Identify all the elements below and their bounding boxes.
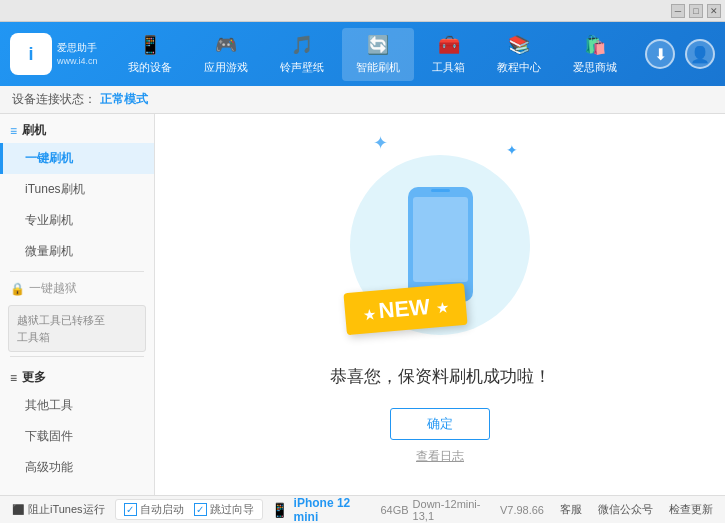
tutorial-label: 教程中心 bbox=[497, 60, 541, 75]
device-name: iPhone 12 mini bbox=[294, 496, 377, 524]
stop-icon: ⬛ bbox=[12, 504, 24, 515]
sidebar-item-pro-flash[interactable]: 专业刷机 bbox=[0, 205, 154, 236]
ringtone-icon: 🎵 bbox=[291, 34, 313, 56]
title-bar: ─ □ ✕ bbox=[0, 0, 725, 22]
sidebar-divider-2 bbox=[10, 356, 144, 357]
sidebar-item-advanced[interactable]: 高级功能 bbox=[0, 452, 154, 483]
new-badge-star-left: ★ bbox=[363, 306, 380, 322]
jailbreak-title: 一键越狱 bbox=[29, 280, 77, 297]
view-log-link[interactable]: 查看日志 bbox=[416, 448, 464, 465]
logo-text: 爱思助手 www.i4.cn bbox=[57, 41, 98, 68]
status-value: 正常模式 bbox=[100, 91, 148, 108]
auto-start-label: 自动启动 bbox=[140, 502, 184, 517]
save-flash-label: 微量刷机 bbox=[25, 244, 73, 258]
jailbreak-section-header: 🔒 一键越狱 bbox=[0, 276, 154, 301]
toolbox-label: 工具箱 bbox=[432, 60, 465, 75]
stop-itunes-area[interactable]: ⬛ 阻止iTunes运行 bbox=[12, 502, 105, 517]
sidebar-item-save-flash[interactable]: 微量刷机 bbox=[0, 236, 154, 267]
sidebar-item-other-tools[interactable]: 其他工具 bbox=[0, 390, 154, 421]
sidebar: ≡ 刷机 一键刷机 iTunes刷机 专业刷机 微量刷机 🔒 一键越狱 越狱工具… bbox=[0, 114, 155, 495]
status-bar: 设备连接状态： 正常模式 bbox=[0, 86, 725, 114]
flash-section-header: ≡ 刷机 bbox=[0, 114, 154, 143]
more-section-title: 更多 bbox=[22, 369, 46, 386]
one-click-flash-label: 一键刷机 bbox=[25, 151, 73, 165]
new-badge-text: NEW bbox=[378, 293, 431, 322]
sparkle-2-icon: ✦ bbox=[506, 142, 518, 158]
tutorial-icon: 📚 bbox=[508, 34, 530, 56]
nav-my-device[interactable]: 📱 我的设备 bbox=[114, 28, 186, 81]
more-section-icon: ≡ bbox=[10, 371, 17, 385]
more-section-header: ≡ 更多 bbox=[0, 361, 154, 390]
skip-wizard-checkbox-box[interactable]: ✓ bbox=[194, 503, 207, 516]
device-icon: 📱 bbox=[271, 502, 288, 518]
nav-shop[interactable]: 🛍️ 爱思商城 bbox=[559, 28, 631, 81]
stop-itunes-label: 阻止iTunes运行 bbox=[28, 502, 105, 517]
wechat-link[interactable]: 微信公众号 bbox=[598, 502, 653, 517]
shop-label: 爱思商城 bbox=[573, 60, 617, 75]
other-tools-label: 其他工具 bbox=[25, 398, 73, 412]
lock-icon: 🔒 bbox=[10, 282, 25, 296]
minimize-button[interactable]: ─ bbox=[671, 4, 685, 18]
customer-service-link[interactable]: 客服 bbox=[560, 502, 582, 517]
auto-start-checkbox[interactable]: ✓ 自动启动 bbox=[124, 502, 184, 517]
success-text: 恭喜您，保资料刷机成功啦！ bbox=[330, 365, 551, 388]
nav-app-game[interactable]: 🎮 应用游戏 bbox=[190, 28, 262, 81]
toolbox-icon: 🧰 bbox=[438, 34, 460, 56]
download-firmware-label: 下载固件 bbox=[25, 429, 73, 443]
main-layout: ≡ 刷机 一键刷机 iTunes刷机 专业刷机 微量刷机 🔒 一键越狱 越狱工具… bbox=[0, 114, 725, 495]
logo-icon: i bbox=[10, 33, 52, 75]
nav-ringtone[interactable]: 🎵 铃声壁纸 bbox=[266, 28, 338, 81]
itunes-flash-label: iTunes刷机 bbox=[25, 182, 85, 196]
bottom-right: V7.98.66 客服 微信公众号 检查更新 bbox=[500, 502, 713, 517]
top-nav: i 爱思助手 www.i4.cn 📱 我的设备 🎮 应用游戏 🎵 铃声壁纸 🔄 … bbox=[0, 22, 725, 86]
logo-char: i bbox=[28, 44, 33, 65]
confirm-button[interactable]: 确定 bbox=[390, 408, 490, 440]
smart-flash-icon: 🔄 bbox=[367, 34, 389, 56]
flash-section-title: 刷机 bbox=[22, 122, 46, 139]
nav-smart-flash[interactable]: 🔄 智能刷机 bbox=[342, 28, 414, 81]
jailbreak-info-text: 越狱工具已转移至工具箱 bbox=[17, 314, 105, 343]
shop-icon: 🛍️ bbox=[584, 34, 606, 56]
status-label: 设备连接状态： bbox=[12, 91, 96, 108]
logo-url: www.i4.cn bbox=[57, 55, 98, 68]
checkbox-area: ✓ 自动启动 ✓ 跳过向导 bbox=[115, 499, 263, 520]
app-game-icon: 🎮 bbox=[215, 34, 237, 56]
device-model: Down-12mini-13,1 bbox=[413, 498, 500, 522]
sidebar-item-one-click-flash[interactable]: 一键刷机 bbox=[0, 143, 154, 174]
sidebar-divider-1 bbox=[10, 271, 144, 272]
nav-toolbox[interactable]: 🧰 工具箱 bbox=[418, 28, 479, 81]
device-storage: 64GB bbox=[380, 504, 408, 516]
new-badge-star-right: ★ bbox=[436, 300, 449, 316]
pro-flash-label: 专业刷机 bbox=[25, 213, 73, 227]
maximize-button[interactable]: □ bbox=[689, 4, 703, 18]
version-text: V7.98.66 bbox=[500, 504, 544, 516]
download-button[interactable]: ⬇ bbox=[645, 39, 675, 69]
ringtone-label: 铃声壁纸 bbox=[280, 60, 324, 75]
skip-wizard-checkbox[interactable]: ✓ 跳过向导 bbox=[194, 502, 254, 517]
logo-area: i 爱思助手 www.i4.cn bbox=[10, 33, 100, 75]
jailbreak-info-box: 越狱工具已转移至工具箱 bbox=[8, 305, 146, 352]
close-button[interactable]: ✕ bbox=[707, 4, 721, 18]
my-device-label: 我的设备 bbox=[128, 60, 172, 75]
logo-name: 爱思助手 bbox=[57, 41, 98, 55]
app-game-label: 应用游戏 bbox=[204, 60, 248, 75]
success-illustration: ✦ ✦ ★ NEW ★ bbox=[340, 145, 540, 345]
window-controls[interactable]: ─ □ ✕ bbox=[671, 4, 721, 18]
nav-tutorial[interactable]: 📚 教程中心 bbox=[483, 28, 555, 81]
smart-flash-label: 智能刷机 bbox=[356, 60, 400, 75]
svg-rect-3 bbox=[431, 189, 450, 192]
bottom-bar: ⬛ 阻止iTunes运行 ✓ 自动启动 ✓ 跳过向导 📱 iPhone 12 m… bbox=[0, 495, 725, 523]
user-button[interactable]: 👤 bbox=[685, 39, 715, 69]
auto-start-checkbox-box[interactable]: ✓ bbox=[124, 503, 137, 516]
my-device-icon: 📱 bbox=[139, 34, 161, 56]
advanced-label: 高级功能 bbox=[25, 460, 73, 474]
svg-rect-1 bbox=[413, 197, 468, 282]
sparkle-1-icon: ✦ bbox=[373, 132, 388, 154]
sidebar-item-itunes-flash[interactable]: iTunes刷机 bbox=[0, 174, 154, 205]
nav-right-controls: ⬇ 👤 bbox=[645, 39, 715, 69]
sidebar-item-download-firmware[interactable]: 下载固件 bbox=[0, 421, 154, 452]
check-update-link[interactable]: 检查更新 bbox=[669, 502, 713, 517]
content-area: ✦ ✦ ★ NEW ★ 恭喜您，保资料刷机成功啦！ 确定 查看日志 bbox=[155, 114, 725, 495]
flash-section-icon: ≡ bbox=[10, 124, 17, 138]
bottom-device-section: 📱 iPhone 12 mini 64GB Down-12mini-13,1 bbox=[271, 496, 500, 524]
